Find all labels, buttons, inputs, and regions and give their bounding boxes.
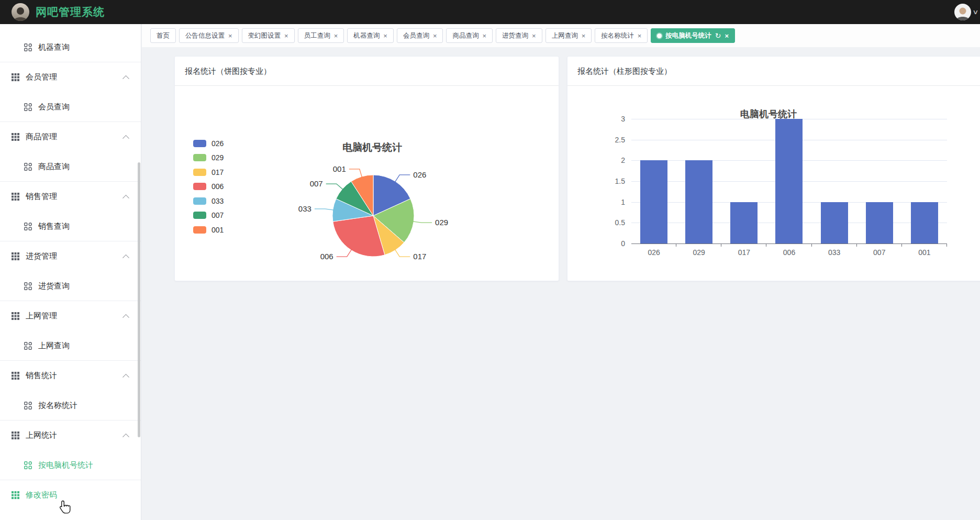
- bar-006[interactable]: [775, 119, 803, 244]
- x-axis-tick: [766, 244, 766, 247]
- sidebar-scrollbar[interactable]: [138, 162, 140, 437]
- tab-10[interactable]: 按电脑机号统计↻×: [651, 28, 735, 43]
- sidebar-item-6[interactable]: 销售查询: [0, 212, 141, 241]
- sidebar-item-label: 进货管理: [26, 251, 57, 261]
- tab-0[interactable]: 首页: [150, 28, 176, 43]
- tab-4[interactable]: 机器查询×: [347, 28, 394, 43]
- close-icon[interactable]: ×: [482, 32, 486, 40]
- sidebar-item-label: 销售统计: [26, 371, 57, 381]
- close-icon[interactable]: ×: [433, 32, 437, 40]
- bar-category-026: 026: [631, 119, 676, 244]
- tab-label: 商品查询: [452, 31, 478, 40]
- y-axis-label: 3: [621, 115, 631, 123]
- pie-label-line: [413, 222, 432, 223]
- tab-7[interactable]: 进货查询×: [496, 28, 542, 43]
- tab-3[interactable]: 员工查询×: [298, 28, 344, 43]
- tab-label: 变幻图设置: [248, 31, 281, 40]
- sidebar-item-9[interactable]: 上网管理: [0, 301, 141, 331]
- tab-5[interactable]: 会员查询×: [397, 28, 443, 43]
- sidebar-item-13[interactable]: 上网统计: [0, 421, 141, 450]
- bar-001[interactable]: [911, 202, 938, 244]
- pie-slice-label: 017: [413, 252, 426, 261]
- pie-slice-label: 026: [413, 170, 426, 179]
- pie-slice-label: 001: [333, 164, 346, 173]
- x-axis-label: 017: [738, 248, 750, 257]
- sidebar-item-12[interactable]: 按名称统计: [0, 391, 141, 421]
- bar-chart-area: 电脑机号统计 00.511.522.53 026 029 017 006 033…: [567, 86, 980, 281]
- bar-chart-card: 报名统计（柱形图按专业） 电脑机号统计 00.511.522.53 026 02…: [567, 56, 980, 281]
- bar-017[interactable]: [730, 202, 758, 244]
- bar-category-001: 001: [902, 119, 947, 244]
- sidebar-menu: 机器查询会员管理 会员查询商品管理 商品查询销售管理 销售查询进货管理 进货查询…: [0, 32, 141, 510]
- grid-outline-icon: [24, 282, 32, 290]
- chevron-up-icon: [122, 135, 129, 141]
- chevron-up-icon: [122, 314, 129, 320]
- tab-1[interactable]: 公告信息设置×: [179, 28, 239, 43]
- close-icon[interactable]: ×: [532, 32, 536, 40]
- sidebar-item-label: 商品管理: [26, 132, 57, 142]
- grid-outline-icon: [24, 103, 32, 111]
- chevron-up-icon: [122, 433, 129, 440]
- pie-chart-area: 026 029 017 006 033 007 001 电脑机号统计026029…: [175, 86, 559, 281]
- chevron-down-icon[interactable]: ∨: [972, 8, 978, 16]
- refresh-icon[interactable]: ↻: [715, 31, 721, 40]
- sidebar-item-5[interactable]: 销售管理: [0, 182, 141, 212]
- pie-slice-label: 006: [320, 252, 333, 261]
- chevron-up-icon: [122, 373, 129, 380]
- profile-avatar[interactable]: [954, 4, 971, 20]
- user-avatar[interactable]: [12, 3, 29, 21]
- sidebar-item-3[interactable]: 商品管理: [0, 122, 141, 152]
- sidebar-item-7[interactable]: 进货管理: [0, 241, 141, 271]
- app-title: 网吧管理系统: [36, 5, 105, 19]
- y-axis-label: 1: [621, 198, 631, 206]
- x-axis-label: 033: [828, 248, 840, 257]
- y-axis-label: 1.5: [615, 177, 631, 185]
- sidebar-item-1[interactable]: 会员管理: [0, 62, 141, 92]
- tab-label: 上网查询: [552, 31, 578, 40]
- pie-slice-label: 007: [310, 179, 323, 188]
- bar-category-007: 007: [857, 119, 902, 244]
- pie-label-line: [395, 175, 410, 182]
- x-axis-label: 001: [918, 248, 930, 257]
- close-icon[interactable]: ×: [638, 32, 642, 40]
- sidebar-item-8[interactable]: 进货查询: [0, 271, 141, 301]
- tab-9[interactable]: 按名称统计×: [595, 28, 648, 43]
- sidebar-item-10[interactable]: 上网查询: [0, 331, 141, 361]
- grid-outline-icon: [24, 402, 32, 410]
- close-icon[interactable]: ×: [228, 32, 232, 40]
- tab-8[interactable]: 上网查询×: [545, 28, 592, 43]
- sidebar-item-4[interactable]: 商品查询: [0, 152, 141, 182]
- close-icon[interactable]: ×: [334, 32, 338, 40]
- active-dot-icon: [657, 34, 662, 38]
- chevron-up-icon: [122, 194, 129, 201]
- bar-026[interactable]: [640, 160, 667, 244]
- bar-029[interactable]: [685, 160, 712, 244]
- person-icon: [12, 5, 29, 21]
- close-icon[interactable]: ×: [725, 32, 729, 40]
- sidebar-item-0[interactable]: 机器查询: [0, 32, 141, 62]
- sidebar-item-14[interactable]: 按电脑机号统计: [0, 450, 141, 480]
- close-icon[interactable]: ×: [383, 32, 387, 40]
- bar-chart-plot: 00.511.522.53 026 029 017 006 033 007: [631, 119, 947, 244]
- x-axis-tick: [676, 244, 676, 247]
- tab-6[interactable]: 商品查询×: [446, 28, 493, 43]
- pie-chart-card: 报名统计（饼图按专业） 026 029 017 006 033 007 001 …: [174, 56, 559, 281]
- sidebar-item-label: 上网管理: [26, 311, 57, 321]
- bar-033[interactable]: [821, 202, 848, 244]
- close-icon[interactable]: ×: [582, 32, 586, 40]
- y-axis-label: 2: [621, 156, 631, 164]
- mouse-cursor-hand-icon: [59, 500, 71, 516]
- close-icon[interactable]: ×: [284, 32, 288, 40]
- sidebar-item-11[interactable]: 销售统计: [0, 361, 141, 391]
- pie-chart-title: 电脑机号统计: [342, 141, 402, 153]
- bar-007[interactable]: [866, 202, 893, 244]
- grid-outline-icon: [24, 43, 32, 51]
- x-axis-label: 026: [648, 248, 660, 257]
- sidebar-item-label: 上网查询: [38, 341, 70, 351]
- x-axis-tick: [946, 244, 947, 247]
- sidebar-item-label: 销售管理: [26, 192, 57, 202]
- sidebar-item-2[interactable]: 会员查询: [0, 92, 141, 122]
- tab-2[interactable]: 变幻图设置×: [242, 28, 295, 43]
- tab-label: 机器查询: [353, 31, 380, 40]
- card-title: 报名统计（饼图按专业）: [175, 57, 559, 86]
